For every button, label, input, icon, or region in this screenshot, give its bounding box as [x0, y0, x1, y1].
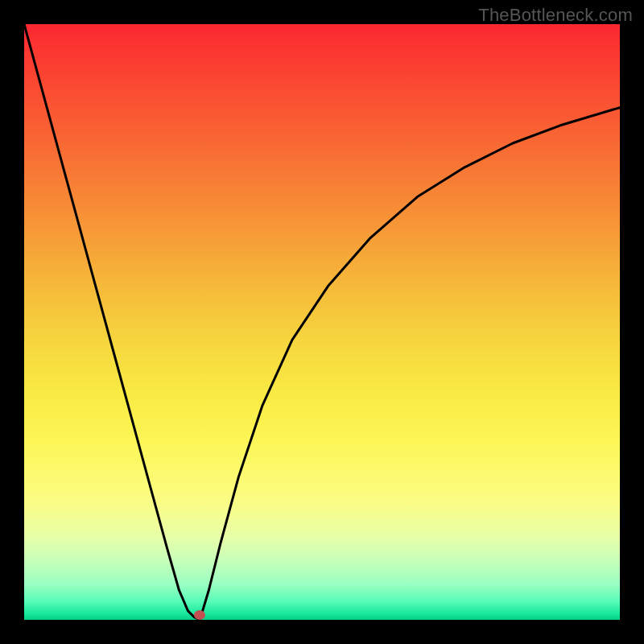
chart-frame: TheBottleneck.com: [0, 0, 644, 644]
bottleneck-curve-path: [24, 24, 620, 620]
watermark-text: TheBottleneck.com: [478, 5, 633, 26]
curve-svg: [24, 24, 620, 620]
plot-area: [24, 24, 620, 620]
minimum-marker: [194, 610, 205, 620]
